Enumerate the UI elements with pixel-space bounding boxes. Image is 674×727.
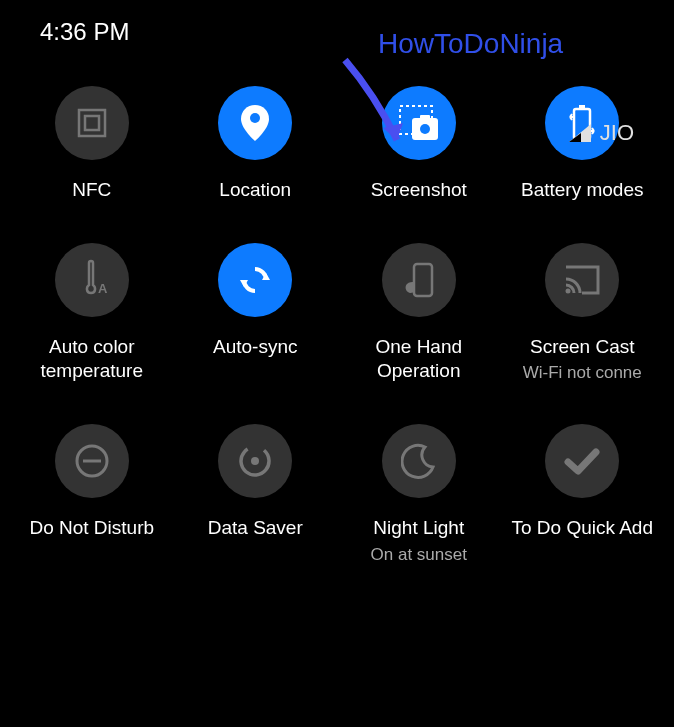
tile-label: Auto-sync: [213, 335, 297, 360]
status-bar: 4:36 PM: [0, 0, 674, 56]
location-icon: [218, 86, 292, 160]
tile-label: Data Saver: [208, 516, 303, 541]
tile-location[interactable]: Location: [174, 86, 338, 203]
cast-icon: [545, 243, 619, 317]
tile-screen-cast[interactable]: Screen Cast Wi-Fi not conne: [501, 243, 665, 384]
sync-icon: [218, 243, 292, 317]
tile-do-not-disturb[interactable]: Do Not Disturb: [10, 424, 174, 565]
tile-sublabel: Wi-Fi not conne: [523, 363, 642, 383]
thermometer-icon: A: [55, 243, 129, 317]
tile-night-light[interactable]: Night Light On at sunset: [337, 424, 501, 565]
status-right: JIO: [568, 120, 634, 146]
tile-auto-sync[interactable]: Auto-sync: [174, 243, 338, 384]
signal-icon: [568, 123, 592, 143]
svg-point-11: [566, 288, 571, 293]
tile-todo-quick-add[interactable]: To Do Quick Add: [501, 424, 665, 565]
tile-label: Screenshot: [371, 178, 467, 203]
tile-label: Do Not Disturb: [29, 516, 154, 541]
checkmark-icon: [545, 424, 619, 498]
tile-label: Location: [219, 178, 291, 203]
tile-label: Auto color temperature: [17, 335, 167, 384]
tile-sublabel: On at sunset: [371, 545, 467, 565]
svg-point-15: [251, 457, 259, 465]
tile-label: Screen Cast: [530, 335, 635, 360]
svg-text:A: A: [98, 281, 108, 296]
tile-label: One Hand Operation: [344, 335, 494, 384]
dnd-icon: [55, 424, 129, 498]
tile-nfc[interactable]: NFC: [10, 86, 174, 203]
svg-rect-8: [579, 105, 585, 109]
tile-label: NFC: [72, 178, 111, 203]
one-hand-icon: [382, 243, 456, 317]
nfc-icon: [55, 86, 129, 160]
tile-one-hand-operation[interactable]: One Hand Operation: [337, 243, 501, 384]
carrier-label: JIO: [600, 120, 634, 146]
tile-auto-color-temperature[interactable]: A Auto color temperature: [10, 243, 174, 384]
svg-point-2: [250, 113, 260, 123]
data-saver-icon: [218, 424, 292, 498]
svg-rect-10: [414, 264, 432, 296]
svg-rect-1: [85, 116, 99, 130]
status-time: 4:36 PM: [40, 18, 129, 46]
svg-rect-0: [79, 110, 105, 136]
moon-icon: [382, 424, 456, 498]
annotation-arrow-icon: [325, 55, 425, 155]
tile-data-saver[interactable]: Data Saver: [174, 424, 338, 565]
tile-label: Night Light: [373, 516, 464, 541]
tile-label: Battery modes: [521, 178, 644, 203]
tile-label: To Do Quick Add: [511, 516, 653, 541]
